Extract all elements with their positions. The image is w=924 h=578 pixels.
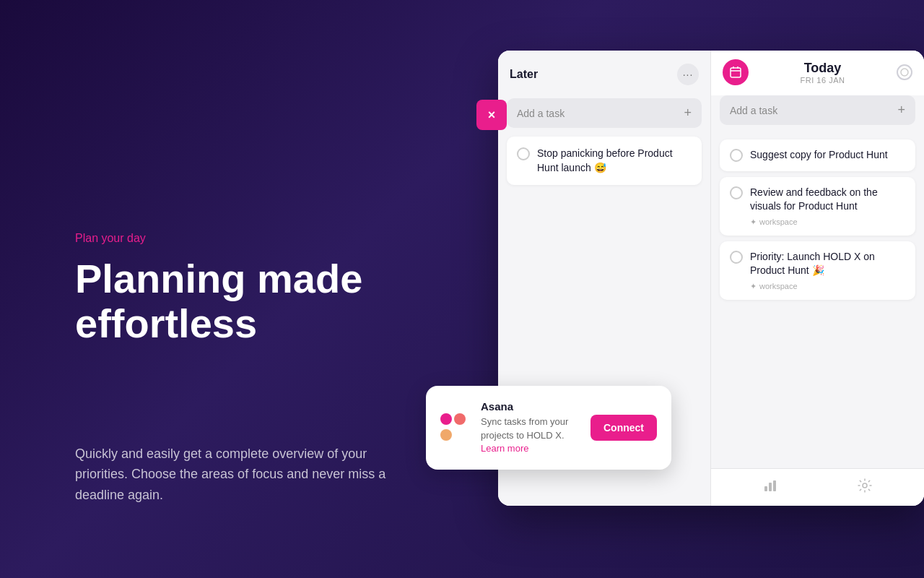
today-add-task-label: Add a task <box>730 105 777 116</box>
task-checkbox-3[interactable] <box>730 251 743 264</box>
task-checkbox-2[interactable] <box>730 186 743 199</box>
task-content-3: Priority: Launch HOLD X on Product Hunt … <box>750 250 905 291</box>
settings-icon[interactable] <box>857 478 873 497</box>
bar-chart-icon <box>762 478 778 493</box>
more-options-button[interactable]: ··· <box>677 64 699 85</box>
svg-point-8 <box>863 483 867 488</box>
today-tasks-list: Suggest copy for Product Hunt Review and… <box>711 134 924 468</box>
today-date: FRI 16 JAN <box>801 76 845 85</box>
later-header: Later ··· <box>498 51 710 98</box>
today-task-item-3[interactable]: Priority: Launch HOLD X on Product Hunt … <box>720 241 915 300</box>
today-title-block: Today FRI 16 JAN <box>801 61 845 85</box>
check-icon <box>900 68 909 77</box>
today-label: Today <box>801 61 845 76</box>
svg-point-4 <box>901 69 908 76</box>
later-title: Later <box>510 68 538 81</box>
hero-title: Planning made effortless <box>75 256 407 345</box>
asana-description: Sync tasks from your projects to HOLD X.… <box>481 415 579 455</box>
today-column: Today FRI 16 JAN Add a task + Suggest co… <box>711 51 924 506</box>
calendar-icon <box>729 66 742 79</box>
later-add-task-bar[interactable]: Add a task + <box>507 98 702 128</box>
asana-dot-pink <box>440 413 452 425</box>
gear-icon <box>857 478 873 493</box>
svg-rect-6 <box>769 483 772 491</box>
later-task-item[interactable]: Stop panicking before Product Hunt launc… <box>507 137 702 185</box>
today-footer <box>711 468 924 506</box>
svg-rect-7 <box>773 480 776 491</box>
app-container: × Later ··· Add a task + Stop panicking … <box>491 51 924 513</box>
asana-desc-text: Sync tasks from your projects to HOLD X. <box>481 416 568 440</box>
today-header: Today FRI 16 JAN <box>711 51 924 95</box>
workspace-icon-3: ✦ <box>750 282 757 291</box>
close-button[interactable]: × <box>476 100 507 130</box>
workspace-label-3: workspace <box>759 282 798 290</box>
workspace-icon-2: ✦ <box>750 217 757 227</box>
later-add-icon: + <box>684 105 692 121</box>
chart-icon[interactable] <box>762 478 778 497</box>
svg-rect-0 <box>731 68 741 77</box>
asana-dot-orange <box>440 429 452 441</box>
asana-dot-coral <box>454 413 466 425</box>
task-content-2: Review and feedback on the visuals for P… <box>750 186 905 227</box>
today-task-text-3: Priority: Launch HOLD X on Product Hunt … <box>750 250 905 278</box>
bottom-description: Quickly and easily get a complete overvi… <box>75 444 393 506</box>
plan-label: Plan your day <box>75 232 407 245</box>
later-task-text: Stop panicking before Product Hunt launc… <box>537 147 692 175</box>
today-add-icon: + <box>897 103 905 118</box>
today-task-item-2[interactable]: Review and feedback on the visuals for P… <box>720 177 915 236</box>
today-icon <box>723 59 749 85</box>
today-add-task-bar[interactable]: Add a task + <box>720 95 915 125</box>
today-task-text-2: Review and feedback on the visuals for P… <box>750 186 905 214</box>
task-meta-3: ✦ workspace <box>750 282 905 291</box>
task-checkbox-1[interactable] <box>730 149 743 162</box>
task-checkbox[interactable] <box>517 147 530 160</box>
asana-logo <box>440 413 469 442</box>
svg-rect-5 <box>764 486 767 491</box>
task-meta-2: ✦ workspace <box>750 217 905 227</box>
asana-content: Asana Sync tasks from your projects to H… <box>481 400 579 455</box>
done-indicator <box>897 64 912 80</box>
asana-learn-more-link[interactable]: Learn more <box>481 443 528 454</box>
today-task-item[interactable]: Suggest copy for Product Hunt <box>720 139 915 171</box>
workspace-label-2: workspace <box>759 217 798 226</box>
later-add-task-label: Add a task <box>517 108 565 119</box>
today-task-text-1: Suggest copy for Product Hunt <box>750 148 888 163</box>
asana-popup: Asana Sync tasks from your projects to H… <box>426 386 671 470</box>
asana-connect-button[interactable]: Connect <box>590 415 657 441</box>
asana-title: Asana <box>481 400 579 413</box>
